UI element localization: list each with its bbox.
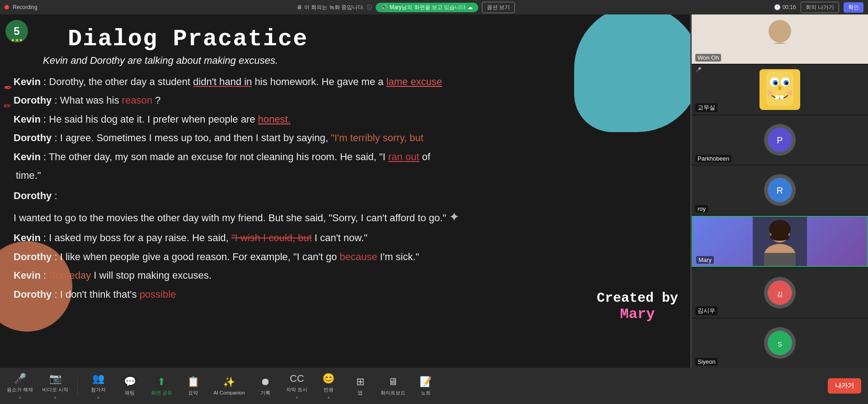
parkhobeen-avatar: P	[764, 124, 796, 156]
highlight-someday: Someday	[49, 270, 91, 281]
participant-tile-parkhobeen: P Parkhobeen	[692, 115, 868, 165]
speaker-kevin-3: Kevin	[14, 151, 41, 162]
speaker-kevin-5: Kevin	[14, 270, 41, 281]
reactions-button[interactable]: 😊 반응 ▲	[317, 373, 340, 399]
reactions-chevron: ▲	[326, 395, 330, 399]
siyeon-avatar: S	[764, 327, 796, 359]
dialog-line-6b: I wanted to go to the movies the other d…	[14, 206, 678, 228]
top-bar: Recording 🖥 이 회의는 녹화 중입니다. ⓘ 🔊 Mary님의 화면…	[0, 0, 868, 14]
apps-button[interactable]: ⊞ 앱	[349, 376, 372, 396]
participants-button[interactable]: 👥 참가자 ▲	[87, 373, 109, 399]
svg-rect-6	[763, 44, 797, 64]
chat-button[interactable]: 💬 채팅	[118, 376, 141, 396]
speaker-dorothy-4: Dorothy	[14, 251, 52, 262]
participant-tile-kyomusil: 🎤 교무실	[692, 65, 868, 114]
record-button[interactable]: ⏺ 기록	[254, 376, 277, 396]
viewing-label: 🔊 Mary님의 화면을 보고 있습니다 ☁	[376, 3, 478, 12]
svg-point-19	[787, 90, 793, 95]
created-by-line2: Mary	[597, 306, 678, 323]
svg-rect-29	[764, 253, 796, 267]
svg-text:S: S	[778, 341, 782, 348]
speaker-kevin-2: Kevin	[14, 114, 41, 125]
confirm-button[interactable]: 확인	[844, 2, 863, 13]
gimsiwo-avatar: 김	[764, 277, 796, 309]
speaker-dorothy-2: Dorothy	[14, 132, 52, 143]
recording-dot	[5, 5, 9, 10]
svg-text:P: P	[777, 135, 783, 145]
captions-chevron: ▲	[295, 395, 299, 399]
summary-button[interactable]: 📋 요약	[182, 376, 204, 396]
participants-icon: 👥	[92, 373, 104, 385]
highlight-lame-excuse: lame excuse	[386, 76, 442, 87]
speaker-dorothy-3: Dorothy	[14, 190, 52, 201]
speaker-kevin-1: Kevin	[14, 76, 41, 87]
slide-content: Dialog Pracatice Kevin and Dorothy are t…	[14, 26, 678, 303]
share-notice-icon: 🖥	[297, 4, 302, 10]
pen-icon-1: ✒	[4, 81, 13, 94]
participant-tile-won-oh: Won Oh	[692, 14, 868, 64]
participant-tile-roy: R roy	[692, 166, 868, 215]
mute-chevron: ▲	[18, 395, 22, 399]
svg-point-14	[785, 82, 788, 85]
speaker-dorothy-5: Dorothy	[14, 289, 52, 300]
spongebob-avatar	[760, 69, 800, 110]
speaker-dorothy-1: Dorothy	[14, 95, 52, 106]
toolbar-left-group: 🎤 음소거 해제 ▲ 📷 비디오 시작 ▲ 👥 참가자 ▲ 💬 채팅 ⬆ 화면 …	[7, 373, 437, 399]
svg-text:김: 김	[777, 290, 783, 298]
speaker-icon: 🔊	[381, 4, 388, 10]
mic-icon-kyomusil: 🎤	[695, 67, 702, 73]
top-bar-right: 🕐 00:16 회의 나가기 확인	[774, 2, 863, 13]
highlight-ran-out: ran out	[388, 151, 420, 162]
roy-avatar: R	[764, 174, 796, 206]
toolbar-divider-1	[77, 377, 78, 395]
star-cursor-decoration: ✦	[449, 206, 459, 228]
right-panel: Won Oh	[692, 14, 868, 368]
svg-point-15	[778, 86, 782, 90]
svg-point-13	[774, 82, 777, 85]
dialog-line-5b: time."	[16, 167, 678, 184]
chat-icon: 💬	[124, 376, 136, 388]
participant-name-mary: Mary	[696, 256, 714, 264]
whiteboard-icon: 🖥	[388, 376, 398, 388]
reactions-icon: 😊	[322, 373, 335, 385]
svg-rect-16	[775, 95, 779, 99]
whiteboard-button[interactable]: 🖥 화이트보드	[381, 376, 406, 396]
svg-text:5: 5	[14, 25, 19, 37]
summary-icon: 📋	[187, 376, 199, 388]
svg-text:★★★: ★★★	[11, 38, 23, 43]
leave-meeting-button[interactable]: 나가기	[828, 378, 861, 394]
mute-button[interactable]: 🎤 음소거 해제 ▲	[7, 373, 33, 399]
dialog-line-10: Dorothy : I don't think that's possible	[14, 286, 678, 303]
record-icon: ⏺	[260, 376, 270, 388]
options-button[interactable]: 옵션 보기	[482, 2, 515, 13]
slide-subtitle: Kevin and Dorothy are talking about maki…	[43, 55, 678, 67]
participants-chevron: ▲	[96, 395, 100, 399]
svg-point-18	[767, 90, 773, 95]
participant-name-roy: roy	[695, 205, 708, 213]
created-by-line1: Created by	[597, 290, 678, 306]
camera-icon: 📷	[49, 373, 61, 385]
participant-tile-siyeon: S Siyeon	[692, 318, 868, 368]
video-button[interactable]: 📷 비디오 시작 ▲	[42, 373, 68, 399]
dialog-line-3: Kevin : He said his dog ate it. I prefer…	[14, 111, 678, 128]
participant-name-kyomusil: 교무실	[695, 103, 717, 112]
captions-button[interactable]: CC 자막 표시 ▲	[286, 373, 308, 399]
mary-photo	[693, 217, 867, 266]
mic-off-icon: 🎤	[14, 373, 26, 385]
captions-icon: CC	[290, 373, 304, 385]
slide-logo: 5 ★★★	[5, 19, 29, 44]
highlight-reason: reason	[122, 95, 152, 106]
highlight-honest: honest.	[258, 114, 291, 125]
participant-name-parkhobeen: Parkhobeen	[695, 155, 731, 162]
created-by-section: Created by Mary	[597, 290, 678, 323]
slide-title: Dialog Pracatice	[68, 26, 678, 52]
ai-companion-button[interactable]: ✨ AI Companion	[213, 376, 245, 395]
dialog-line-4: Dorothy : I agree. Sometimes I mess up t…	[14, 129, 678, 146]
participant-name-siyeon: Siyeon	[695, 358, 718, 366]
highlight-because: because	[340, 251, 377, 262]
share-button[interactable]: ⬆ 화면 공유	[150, 376, 173, 396]
notes-button[interactable]: 📝 노트	[415, 376, 437, 396]
participant-name-won-oh: Won Oh	[695, 54, 721, 62]
apps-icon: ⊞	[356, 376, 364, 388]
leave-meeting-topbar-button[interactable]: 회의 나가기	[801, 2, 839, 13]
